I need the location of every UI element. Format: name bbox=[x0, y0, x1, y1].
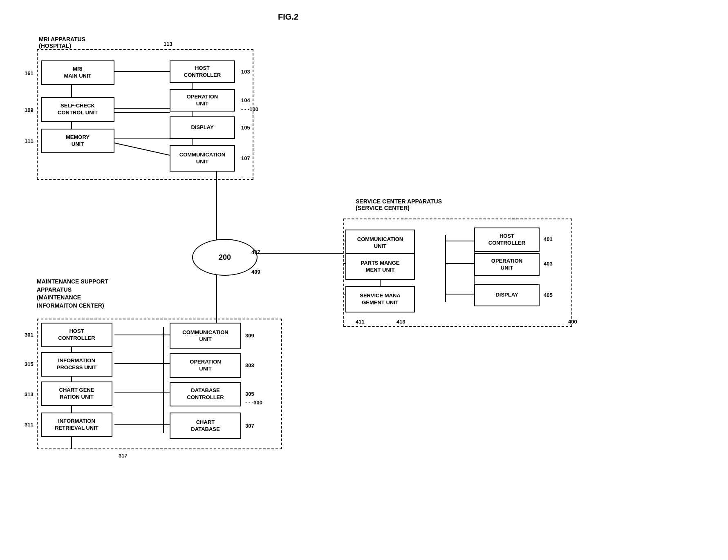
ref-309: 309 bbox=[245, 332, 254, 339]
ref-301: 301 bbox=[25, 332, 34, 338]
ref-303: 303 bbox=[245, 362, 254, 368]
ref-409: 409 bbox=[251, 269, 260, 275]
figure-title: FIG.2 bbox=[278, 12, 298, 22]
ref-307: 307 bbox=[245, 423, 254, 429]
ref-113: 113 bbox=[164, 41, 172, 47]
ref-104: 104 bbox=[241, 97, 250, 103]
communication-unit-ms-box: COMMUNICATION UNIT bbox=[170, 323, 241, 349]
mri-apparatus-label: MRI APPARATUS (HOSPITAL) bbox=[39, 36, 85, 49]
ref-105: 105 bbox=[241, 125, 250, 131]
ref-313: 313 bbox=[25, 391, 34, 397]
communication-unit-mri-box: COMMUNICATION UNIT bbox=[170, 145, 235, 172]
ref-407: 407 bbox=[251, 249, 260, 255]
display-mri-box: DISPLAY bbox=[170, 116, 235, 139]
ref-400: 400 bbox=[568, 319, 577, 325]
operation-unit-ms-box: OPERATION UNIT bbox=[170, 353, 241, 378]
ref-413: 413 bbox=[396, 319, 405, 325]
ref-100: - - -100 bbox=[241, 106, 258, 112]
ref-107: 107 bbox=[241, 155, 250, 161]
ref-161: 161 bbox=[25, 70, 34, 76]
host-controller-sc-box: HOST CONTROLLER bbox=[474, 228, 540, 252]
information-process-box: INFORMATION PROCESS UNIT bbox=[41, 352, 112, 377]
diagram: FIG.2 MRI APPARATUS (HOSPITAL) 113 MRI M… bbox=[0, 0, 728, 560]
maintenance-label: MAINTENANCE SUPPORT APPARATUS (MAINTENAN… bbox=[37, 278, 108, 310]
operation-unit-sc-box: OPERATION UNIT bbox=[474, 253, 540, 276]
ref-403: 403 bbox=[544, 261, 553, 267]
self-check-box: SELF-CHECK CONTROL UNIT bbox=[41, 97, 114, 122]
ref-103: 103 bbox=[241, 69, 250, 75]
operation-unit-mri-box: OPERATION UNIT bbox=[170, 89, 235, 112]
memory-unit-box: MEMORY UNIT bbox=[41, 129, 114, 153]
chart-generation-box: CHART GENE RATION UNIT bbox=[41, 382, 112, 406]
ref-311: 311 bbox=[25, 422, 34, 428]
host-controller-ms-box: HOST CONTROLLER bbox=[41, 323, 112, 347]
host-controller-mri-box: HOST CONTROLLER bbox=[170, 60, 235, 83]
service-center-label: SERVICE CENTER APPARATUS (SERVICE CENTER… bbox=[356, 198, 442, 211]
ref-401: 401 bbox=[544, 236, 553, 242]
ref-317: 317 bbox=[119, 453, 128, 459]
ref-305: 305 bbox=[245, 391, 254, 397]
ref-411: 411 bbox=[356, 319, 365, 325]
ref-111: 111 bbox=[25, 138, 34, 144]
ref-315: 315 bbox=[25, 361, 34, 367]
chart-database-box: CHART DATABASE bbox=[170, 413, 241, 439]
parts-management-box: PARTS MANGE MENT UNIT bbox=[345, 253, 415, 280]
information-retrieval-box: INFORMATION RETRIEVAL UNIT bbox=[41, 413, 112, 437]
ref-300: - - -300 bbox=[245, 399, 262, 406]
service-management-box: SERVICE MANA GEMENT UNIT bbox=[345, 286, 415, 312]
ref-109: 109 bbox=[25, 107, 34, 113]
display-sc-box: DISPLAY bbox=[474, 284, 540, 306]
mri-main-unit-box: MRI MAIN UNIT bbox=[41, 60, 114, 85]
network-label: 200 bbox=[219, 253, 231, 262]
database-controller-box: DATABASE CONTROLLER bbox=[170, 382, 241, 406]
network-oval: 200 bbox=[192, 239, 258, 276]
communication-unit-sc-box: COMMUNICATION UNIT bbox=[345, 230, 415, 256]
ref-405: 405 bbox=[544, 292, 553, 298]
